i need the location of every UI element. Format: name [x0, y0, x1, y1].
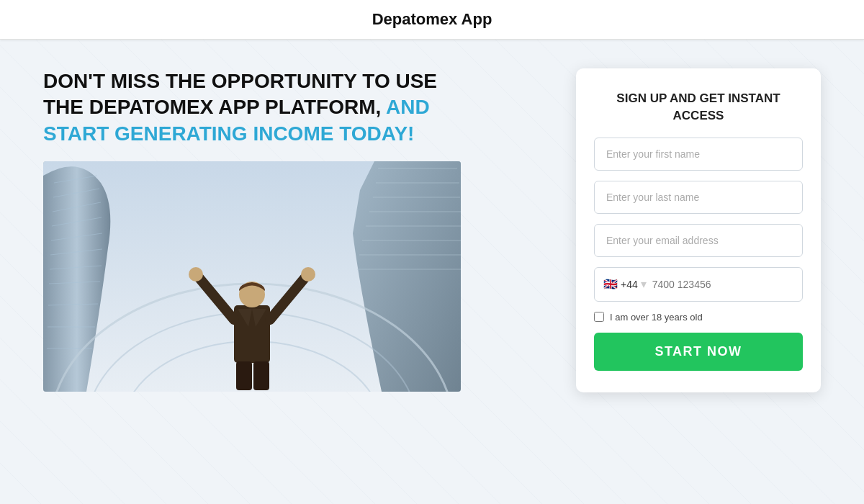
start-now-button[interactable]: START NOW — [594, 333, 803, 371]
hero-image — [43, 161, 461, 392]
svg-point-28 — [301, 267, 315, 282]
age-checkbox-wrapper: I am over 18 years old — [594, 312, 803, 323]
phone-divider: ▾ — [641, 277, 647, 291]
form-title: SIGN UP AND GET INSTANT ACCESS — [594, 90, 803, 125]
svg-point-26 — [189, 267, 203, 282]
phone-code: +44 — [621, 279, 638, 290]
page-wrapper: Depatomex App DON'T MISS THE OPPORTUNITY… — [0, 0, 864, 504]
svg-rect-29 — [236, 361, 252, 390]
svg-rect-30 — [253, 361, 269, 390]
first-name-input[interactable] — [594, 138, 803, 171]
page-title: Depatomex App — [0, 10, 864, 29]
phone-number-input[interactable] — [652, 279, 793, 290]
headline-text-1: DON'T MISS THE OPPORTUNITY TO USE THE DE… — [43, 70, 437, 118]
svg-rect-23 — [234, 305, 270, 363]
age-checkbox[interactable] — [594, 312, 604, 322]
main-content: DON'T MISS THE OPPORTUNITY TO USE THE DE… — [0, 40, 864, 504]
phone-flag-icon: 🇬🇧 — [603, 277, 618, 291]
phone-field[interactable]: 🇬🇧 +44 ▾ — [594, 267, 803, 302]
header: Depatomex App — [0, 0, 864, 40]
left-section: DON'T MISS THE OPPORTUNITY TO USE THE DE… — [43, 68, 547, 392]
email-input[interactable] — [594, 224, 803, 257]
headline: DON'T MISS THE OPPORTUNITY TO USE THE DE… — [43, 68, 461, 147]
last-name-input[interactable] — [594, 181, 803, 214]
signup-form: SIGN UP AND GET INSTANT ACCESS 🇬🇧 +44 ▾ … — [576, 68, 821, 392]
age-checkbox-label[interactable]: I am over 18 years old — [610, 312, 703, 323]
